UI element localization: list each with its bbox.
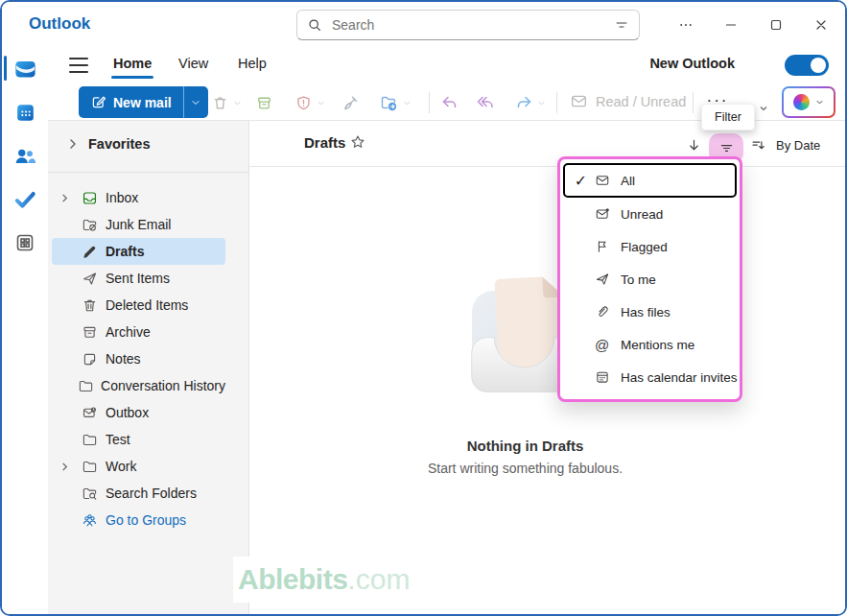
new-mail-button[interactable]: New mail [79, 86, 208, 118]
filter-menu-item-label: To me [613, 272, 656, 287]
forward-button[interactable] [513, 92, 534, 113]
rail-calendar-button[interactable] [2, 91, 48, 134]
folder-item-label: Test [102, 432, 130, 447]
folder-item-notes[interactable]: Notes [52, 345, 225, 372]
delete-dropdown-chevron-icon[interactable] [232, 98, 244, 109]
sort-button[interactable] [746, 133, 769, 156]
toolbar-divider [693, 92, 694, 113]
app-rail [2, 48, 48, 614]
minimize-button[interactable] [708, 2, 753, 48]
go-to-groups-link[interactable]: Go to Groups [52, 507, 225, 533]
list-title: Drafts [304, 134, 345, 151]
report-dropdown-chevron-icon[interactable] [316, 98, 327, 109]
search-folder-icon [77, 486, 102, 502]
folder-item-test[interactable]: Test [52, 426, 225, 453]
divider [48, 172, 248, 173]
read-unread-label: Read / Unread [596, 94, 686, 109]
filter-menu-item-to-me[interactable]: To me [560, 263, 740, 296]
maximize-button[interactable] [753, 2, 798, 48]
forward-dropdown-chevron-icon[interactable] [536, 98, 548, 109]
folder-item-archive[interactable]: Archive [52, 319, 225, 345]
note-icon [77, 351, 102, 367]
rail-todo-button[interactable] [2, 178, 48, 221]
rail-apps-button[interactable] [2, 221, 48, 264]
watermark-text-suffix: .com [347, 563, 410, 596]
folder-item-inbox[interactable]: Inbox [52, 184, 225, 211]
mail-unread-icon [591, 206, 613, 222]
filter-menu-item-label: Unread [613, 207, 663, 222]
chevron-right-icon[interactable] [52, 462, 77, 472]
chevron-right-icon [67, 138, 79, 150]
search-filters-icon[interactable] [614, 17, 629, 33]
send-icon [77, 271, 102, 287]
folder-item-search-folders[interactable]: Search Folders [52, 480, 225, 507]
copilot-button[interactable] [782, 86, 835, 118]
folder-item-label: Inbox [102, 190, 138, 205]
filter-menu-item-unread[interactable]: Unread [560, 198, 740, 230]
watermark-text: Ablebits [238, 563, 347, 596]
folder-item-deleted-items[interactable]: Deleted Items [52, 292, 225, 319]
search-icon [307, 17, 322, 33]
report-button[interactable] [293, 92, 314, 113]
folder-item-outbox[interactable]: Outbox [52, 399, 225, 426]
new-mail-dropdown[interactable] [183, 86, 208, 118]
todo-check-icon [12, 187, 37, 212]
read-unread-button[interactable]: Read / Unread [570, 92, 686, 110]
folder-item-label: Go to Groups [102, 512, 186, 528]
list-header: Drafts By Date [249, 121, 845, 167]
archive-icon [77, 324, 102, 341]
folder-item-sent-items[interactable]: Sent Items [52, 265, 225, 292]
archive-button[interactable] [253, 92, 274, 113]
folder-icon [77, 459, 102, 475]
filter-menu-item-flagged[interactable]: Flagged [560, 230, 740, 263]
folder-item-drafts[interactable]: Drafts [52, 238, 225, 265]
new-outlook-toggle[interactable] [785, 55, 829, 76]
tab-view[interactable]: View [175, 54, 212, 73]
hamburger-menu-icon[interactable] [69, 58, 88, 73]
rail-mail-button[interactable] [2, 48, 48, 91]
move-to-dropdown-chevron-icon[interactable] [402, 98, 413, 109]
window-controls [663, 2, 843, 48]
folder-icon [75, 378, 98, 394]
filter-menu-item-all[interactable]: ✓ All [563, 163, 737, 198]
filter-menu-item-has-calendar-invites[interactable]: Has calendar invites [560, 361, 740, 393]
filter-menu-item-has-files[interactable]: Has files [560, 296, 740, 328]
search-input-container[interactable] [296, 10, 640, 40]
folder-list: Inbox Junk Email Drafts [48, 184, 248, 533]
titlebar: Outlook [2, 2, 845, 48]
people-icon [12, 144, 37, 169]
folder-item-conversation-history[interactable]: Conversation History [52, 372, 225, 399]
favorites-header[interactable]: Favorites [48, 136, 150, 152]
folder-icon [77, 432, 102, 448]
at-mention-icon: @ [591, 337, 613, 353]
reply-all-button[interactable] [475, 92, 496, 113]
favorite-star-icon[interactable] [349, 133, 366, 151]
search-input[interactable] [330, 16, 606, 34]
titlebar-more-button[interactable] [663, 2, 708, 48]
calendar-invite-icon [591, 369, 613, 385]
empty-state-title: Nothing in Drafts [249, 438, 801, 454]
app-title: Outlook [29, 14, 90, 34]
folder-item-label: Deleted Items [102, 297, 188, 313]
filter-menu-item-label: Has files [613, 305, 671, 320]
move-down-arrow-icon[interactable] [682, 133, 705, 156]
tab-home[interactable]: Home [109, 54, 155, 73]
folder-item-label: Sent Items [102, 271, 170, 286]
toolbar-divider [429, 92, 430, 113]
sort-by-date-label[interactable]: By Date [776, 138, 820, 153]
reply-button[interactable] [439, 92, 460, 113]
folder-item-work[interactable]: Work [52, 453, 225, 480]
delete-button[interactable] [209, 92, 230, 113]
ribbon-collapse-chevron-icon[interactable] [758, 103, 769, 114]
calendar-icon [13, 101, 37, 125]
folder-item-junk-email[interactable]: Junk Email [52, 211, 225, 238]
close-button[interactable] [798, 2, 843, 48]
sweep-button[interactable] [340, 92, 361, 113]
tab-help[interactable]: Help [234, 54, 271, 73]
rail-people-button[interactable] [2, 134, 48, 178]
chevron-right-icon[interactable] [52, 193, 77, 203]
filter-menu-item-mentions-me[interactable]: @ Mentions me [560, 328, 740, 361]
move-to-button[interactable] [378, 92, 399, 113]
empty-state-subtitle: Start writing something fabulous. [249, 461, 801, 476]
groups-icon [77, 512, 102, 529]
